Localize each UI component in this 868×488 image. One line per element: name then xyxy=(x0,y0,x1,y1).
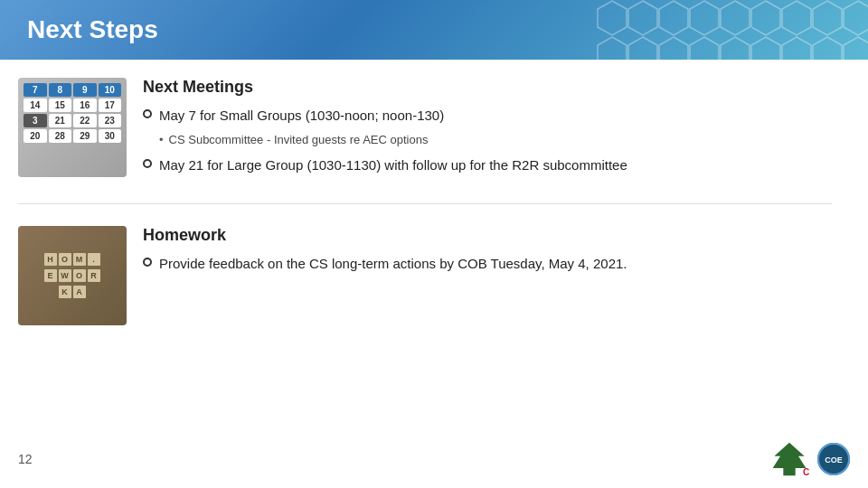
hw-tile-w: W xyxy=(59,269,71,282)
cal-cell: 28 xyxy=(49,129,72,143)
bullet-icon xyxy=(143,109,152,118)
cal-cell: 16 xyxy=(73,99,97,112)
sub-bullet-1-text: CS Subcommittee - Invited guests re AEC … xyxy=(169,132,429,148)
cal-cell: 17 xyxy=(99,99,122,112)
hw-bullet-icon xyxy=(143,258,152,267)
meetings-section: 7 8 9 10 14 15 16 17 3 21 22 23 20 28 29… xyxy=(18,78,832,182)
hw-tile-dot: . xyxy=(88,253,100,266)
section-divider xyxy=(18,203,832,204)
coe-badge-icon: COE xyxy=(817,443,850,475)
cal-cell: 21 xyxy=(49,114,72,127)
svg-text:C: C xyxy=(803,467,809,477)
main-content: 7 8 9 10 14 15 16 17 3 21 22 23 20 28 29… xyxy=(0,60,868,343)
bullet-icon-2 xyxy=(143,159,152,168)
sub-bullet-1: • CS Subcommittee - Invited guests re AE… xyxy=(159,132,832,148)
hw-tile-h: H xyxy=(44,253,57,266)
meetings-bullet-1-text: May 7 for Small Groups (1030-noon; noon-… xyxy=(159,106,444,125)
cal-cell: 10 xyxy=(99,83,122,97)
meetings-heading: Next Meetings xyxy=(143,78,832,97)
meetings-bullet-list: May 7 for Small Groups (1030-noon; noon-… xyxy=(143,106,832,174)
meetings-bullet-2-text: May 21 for Large Group (1030-1130) with … xyxy=(159,155,627,174)
homework-section: H O M . E W O R K A Homework Provi xyxy=(18,226,832,325)
footer: 12 C COE xyxy=(18,441,850,477)
svg-rect-1 xyxy=(597,0,868,60)
homework-content: Homework Provide feedback on the CS long… xyxy=(143,226,832,280)
cal-cell: 29 xyxy=(73,129,97,143)
header: Next Steps xyxy=(0,0,868,60)
meetings-bullet-1: May 7 for Small Groups (1030-noon; noon-… xyxy=(143,106,832,125)
homework-tiles-row3: K A xyxy=(59,286,86,298)
homework-bullet-list: Provide feedback on the CS long-term act… xyxy=(143,254,832,273)
cal-cell: 23 xyxy=(99,114,122,127)
cal-cell: 9 xyxy=(73,83,97,97)
page-title: Next Steps xyxy=(27,15,158,44)
hw-tile-e: E xyxy=(44,269,57,282)
cal-cell: 22 xyxy=(73,114,97,127)
colorado-logo-icon: C xyxy=(767,441,812,477)
svg-text:COE: COE xyxy=(825,455,843,465)
homework-tiles-row2: E W O R xyxy=(44,269,100,282)
svg-marker-2 xyxy=(773,443,807,476)
hw-tile-r: R xyxy=(88,269,100,282)
meetings-bullet-2: May 21 for Large Group (1030-1130) with … xyxy=(143,155,832,174)
meetings-sub-item: • CS Subcommittee - Invited guests re AE… xyxy=(143,132,832,148)
hw-tile-a: A xyxy=(73,286,86,298)
cal-cell: 8 xyxy=(49,83,72,97)
homework-image: H O M . E W O R K A xyxy=(18,226,127,325)
page-number: 12 xyxy=(18,452,33,466)
cal-cell: 14 xyxy=(24,99,47,112)
sub-bullet-list: • CS Subcommittee - Invited guests re AE… xyxy=(159,132,832,148)
cal-cell: 15 xyxy=(49,99,72,112)
cal-cell: 30 xyxy=(99,129,122,143)
homework-heading: Homework xyxy=(143,226,832,245)
hw-tile-k: K xyxy=(59,286,71,298)
homework-tiles-row1: H O M . xyxy=(44,253,100,266)
meetings-content: Next Meetings May 7 for Small Groups (10… xyxy=(143,78,832,182)
hex-decoration-icon xyxy=(597,0,868,60)
sub-dot-icon: • xyxy=(159,132,164,148)
cal-cell: 20 xyxy=(24,129,47,143)
hw-tile-o: O xyxy=(59,253,71,266)
cal-cell: 3 xyxy=(24,114,47,127)
calendar-image: 7 8 9 10 14 15 16 17 3 21 22 23 20 28 29… xyxy=(18,78,127,177)
hw-tile-m: M xyxy=(73,253,86,266)
cal-cell: 7 xyxy=(24,83,47,97)
homework-bullet-1: Provide feedback on the CS long-term act… xyxy=(143,254,832,273)
homework-bullet-1-text: Provide feedback on the CS long-term act… xyxy=(159,254,627,273)
hw-tile-o2: O xyxy=(73,269,86,282)
logo-area: C COE xyxy=(767,441,850,477)
